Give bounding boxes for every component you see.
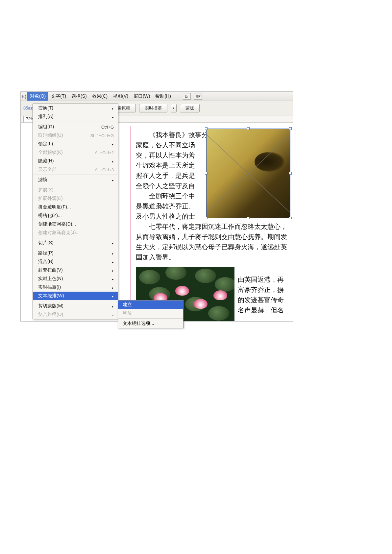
menuitem-group[interactable]: 编组(G)Ctrl+G [33, 123, 118, 131]
submenuitem-release: 释放 [118, 309, 183, 318]
menu-view[interactable]: 视图(V) [110, 92, 131, 101]
menuitem-path[interactable]: 路径(P) [33, 249, 118, 257]
menubar-prev-fragment: E) [21, 94, 27, 99]
submenu-arrow-icon [112, 259, 114, 264]
selection-handle[interactable] [205, 127, 208, 130]
live-trace-button[interactable]: 实时描摹 [139, 104, 167, 112]
selection-handle[interactable] [289, 217, 292, 219]
selection-handle[interactable] [289, 172, 292, 175]
submenu-arrow-icon [112, 303, 114, 309]
submenu-arrow-icon [112, 114, 114, 119]
selection-handle[interactable] [205, 172, 208, 175]
menuitem-flatten-transparency[interactable]: 拼合透明度(F)... [33, 203, 118, 211]
menuitem-text-wrap[interactable]: 文本绕排(W) [33, 292, 118, 300]
wrapped-text-right: 由英国返港，再 富豪齐乔正，摒 的发迹甚富传奇 名声显赫。但名 [238, 275, 290, 315]
selection-handle[interactable] [205, 217, 208, 219]
menuitem-show-all: 显示全部Alt+Ctrl+3 [33, 165, 118, 174]
menuitem-ungroup: 取消编组(U)Shift+Ctrl+G [33, 131, 118, 140]
live-trace-dropdown[interactable] [171, 104, 177, 112]
menuitem-live-trace[interactable]: 实时描摹(I) [33, 283, 118, 292]
submenuitem-options[interactable]: 文本绕排选项... [118, 319, 183, 328]
text-line: 由英国返港，再 [238, 275, 290, 285]
menu-separator [33, 248, 118, 248]
menuitem-unlock-all: 全部解锁(K)Alt+Ctrl+2 [33, 148, 118, 157]
app-window: E) 对象(O) 文字(T) 选择(S) 效果(C) 视图(V) 窗口(W) 帮… [20, 91, 293, 322]
linked-file-name[interactable]: 85az [23, 106, 33, 110]
menuitem-rasterize[interactable]: 栅格化(Z)... [33, 211, 118, 220]
menu-help[interactable]: 帮助(H) [153, 92, 173, 101]
submenu-arrow-icon [112, 276, 114, 281]
menuitem-create-object-mosaic: 创建对象马赛克(J)... [33, 229, 118, 237]
text-paragraph: 七零年代，蒋定邦因沉迷工作而忽略太太慧心，从而导致离婚，儿子蒋子聪则交由慧心抚养… [136, 222, 290, 262]
submenuitem-make[interactable]: 建立 [118, 301, 183, 309]
selection-handle[interactable] [247, 217, 250, 219]
submenu-arrow-icon [112, 293, 114, 299]
menu-separator [33, 301, 118, 301]
menuitem-hide[interactable]: 隐藏(H) [33, 157, 118, 165]
menuitem-expand-appearance: 扩展外观(E) [33, 194, 118, 203]
menu-separator [33, 185, 118, 185]
menuitem-arrange[interactable]: 排列(A) [33, 112, 118, 121]
text-line: 富豪齐乔正，摒 [238, 285, 290, 295]
menu-effect[interactable]: 效果(C) [89, 92, 110, 101]
submenu-text-wrap: 建立 释放 文本绕排选项... [118, 300, 184, 328]
text-line: 的发迹甚富传奇 [238, 295, 290, 305]
menu-object[interactable]: 对象(O) [27, 92, 48, 101]
menuitem-transform[interactable]: 变换(T) [33, 104, 118, 112]
selection-handle[interactable] [289, 127, 292, 130]
menu-type[interactable]: 文字(T) [48, 92, 69, 101]
menu-separator [33, 175, 118, 175]
submenu-arrow-icon [112, 251, 114, 256]
menuitem-filter[interactable]: 滤镜 [33, 176, 118, 184]
submenu-arrow-icon [112, 106, 114, 111]
submenu-arrow-icon [112, 268, 114, 273]
submenu-arrow-icon [112, 285, 114, 290]
menu-select[interactable]: 选择(S) [69, 92, 89, 101]
menuitem-blend[interactable]: 混合(B) [33, 257, 118, 266]
menuitem-lock[interactable]: 锁定(L) [33, 140, 118, 148]
menu-window[interactable]: 窗口(W) [131, 92, 153, 101]
menuitem-expand: 扩展(X)... [33, 186, 118, 194]
menu-separator [118, 318, 183, 319]
submenu-arrow-icon [112, 158, 114, 164]
menuitem-slice[interactable]: 切片(S) [33, 239, 118, 247]
menuitem-compound-path: 复合路径(O) [33, 310, 118, 319]
selection-handle[interactable] [247, 127, 250, 130]
text-line: 名声显赫。但名 [238, 305, 290, 315]
bridge-icon[interactable]: Br [183, 93, 191, 100]
placed-image-portrait[interactable] [206, 129, 290, 218]
layout-grid-icon[interactable]: ▦▾ [194, 93, 202, 100]
submenu-arrow-icon [112, 141, 114, 147]
menu-separator [33, 122, 118, 122]
mask-button[interactable]: 蒙版 [180, 104, 200, 112]
menuitem-envelope-distort[interactable]: 封套扭曲(V) [33, 266, 118, 275]
submenu-arrow-icon [112, 240, 114, 246]
menubar: E) 对象(O) 文字(T) 选择(S) 效果(C) 视图(V) 窗口(W) 帮… [21, 92, 293, 101]
menuitem-create-gradient-mesh[interactable]: 创建渐变网格(D)... [33, 220, 118, 229]
submenu-arrow-icon [112, 312, 114, 317]
menu-object-dropdown: 变换(T) 排列(A) 编组(G)Ctrl+G 取消编组(U)Shift+Ctr… [33, 104, 118, 319]
menuitem-clipping-mask[interactable]: 剪切蒙版(M) [33, 302, 118, 310]
menu-separator [33, 238, 118, 238]
menuitem-live-paint[interactable]: 实时上色(N) [33, 275, 118, 283]
submenu-arrow-icon [112, 177, 114, 182]
